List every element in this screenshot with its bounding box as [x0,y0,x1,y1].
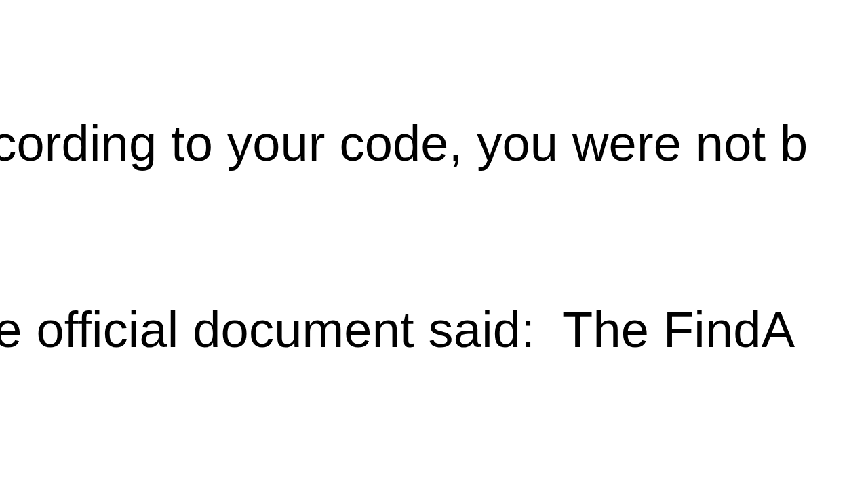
document-text-fragment: ccording to your code, you were not b ne… [0,0,868,488]
text-line: ne official document said: The FindA [0,299,868,361]
text-line: ccording to your code, you were not b [0,113,868,175]
text-line: orBindingContext relative binding mod [0,485,868,488]
